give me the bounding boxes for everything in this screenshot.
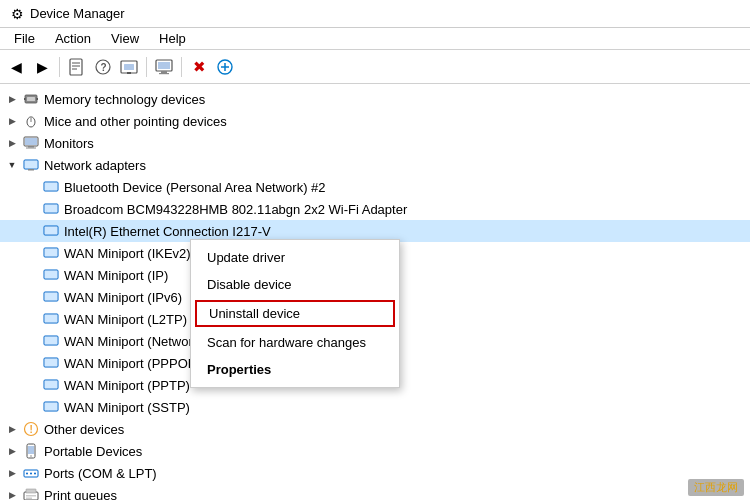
main-content: ▶ Memory technology devices ▶ <box>0 84 750 500</box>
monitors-icon <box>22 134 40 152</box>
portable-devices-icon <box>22 442 40 460</box>
network-adapters-icon <box>22 156 40 174</box>
tree-label-wan-pppoe: WAN Miniport (PPPOE) <box>64 356 201 371</box>
print-queues-icon <box>22 486 40 500</box>
svg-rect-31 <box>45 183 57 190</box>
title-bar: ⚙ Device Manager <box>0 0 750 28</box>
menu-bar: File Action View Help <box>0 28 750 50</box>
tree-label-mice: Mice and other pointing devices <box>44 114 227 129</box>
tree-label-wan-l2tp: WAN Miniport (L2TP) <box>64 312 187 327</box>
tree-item-broadcom[interactable]: ▶ Broadcom BCM943228HMB 802.11abgn 2x2 W… <box>0 198 750 220</box>
tree-item-other-devices[interactable]: ▶ ! Other devices <box>0 418 750 440</box>
wan-sstp-icon <box>42 398 60 416</box>
svg-point-60 <box>34 473 36 475</box>
ctx-disable-device[interactable]: Disable device <box>191 271 399 298</box>
svg-text:?: ? <box>101 62 107 73</box>
svg-rect-35 <box>45 227 57 234</box>
svg-rect-0 <box>70 59 82 75</box>
broadcom-icon <box>42 200 60 218</box>
tree-toggle-monitors[interactable]: ▶ <box>4 135 20 151</box>
ctx-update-driver[interactable]: Update driver <box>191 244 399 271</box>
svg-rect-17 <box>27 97 35 101</box>
tree-label-memory-tech: Memory technology devices <box>44 92 205 107</box>
toolbar-scan-btn[interactable] <box>117 55 141 79</box>
tree-toggle-mice[interactable]: ▶ <box>4 113 20 129</box>
toolbar-monitor-btn[interactable] <box>152 55 176 79</box>
svg-rect-62 <box>26 489 36 493</box>
toolbar-sep-2 <box>146 57 147 77</box>
menu-action[interactable]: Action <box>45 29 101 48</box>
toolbar-forward-btn[interactable]: ▶ <box>30 55 54 79</box>
tree-item-wan-sstp[interactable]: ▶ WAN Miniport (SSTP) <box>0 396 750 418</box>
svg-rect-43 <box>45 315 57 322</box>
tree-item-print-queues[interactable]: ▶ Print queues <box>0 484 750 500</box>
tree-label-broadcom: Broadcom BCM943228HMB 802.11abgn 2x2 Wi-… <box>64 202 407 217</box>
tree-label-other-devices: Other devices <box>44 422 124 437</box>
svg-rect-33 <box>45 205 57 212</box>
ports-icon <box>22 464 40 482</box>
tree-item-portable-devices[interactable]: ▶ Portable Devices <box>0 440 750 462</box>
tree-label-ports: Ports (COM & LPT) <box>44 466 157 481</box>
tree-label-print-queues: Print queues <box>44 488 117 501</box>
toolbar-add-btn[interactable] <box>213 55 237 79</box>
tree-label-portable-devices: Portable Devices <box>44 444 142 459</box>
svg-rect-24 <box>25 138 37 145</box>
tree-label-wan-pptp: WAN Miniport (PPTP) <box>64 378 190 393</box>
toolbar-sep-3 <box>181 57 182 77</box>
svg-rect-18 <box>24 98 26 100</box>
tree-toggle-portable-devices[interactable]: ▶ <box>4 443 20 459</box>
svg-rect-51 <box>45 403 57 410</box>
svg-rect-39 <box>45 271 57 278</box>
tree-label-wan-sstp: WAN Miniport (SSTP) <box>64 400 190 415</box>
toolbar-properties-btn[interactable] <box>65 55 89 79</box>
tree-item-bluetooth[interactable]: ▶ Bluetooth Device (Personal Area Networ… <box>0 176 750 198</box>
svg-point-58 <box>26 473 28 475</box>
ctx-properties[interactable]: Properties <box>191 356 399 383</box>
menu-view[interactable]: View <box>101 29 149 48</box>
svg-rect-26 <box>26 148 36 149</box>
tree-item-memory-tech[interactable]: ▶ Memory technology devices <box>0 88 750 110</box>
svg-rect-37 <box>45 249 57 256</box>
menu-file[interactable]: File <box>4 29 45 48</box>
ctx-scan-hw[interactable]: Scan for hardware changes <box>191 329 399 356</box>
svg-rect-7 <box>124 64 134 70</box>
menu-help[interactable]: Help <box>149 29 196 48</box>
wan-ip-icon <box>42 266 60 284</box>
tree-item-mice[interactable]: ▶ Mice and other pointing devices <box>0 110 750 132</box>
svg-rect-19 <box>37 98 39 100</box>
svg-text:!: ! <box>30 424 33 435</box>
tree-item-ports[interactable]: ▶ Ports (COM & LPT) <box>0 462 750 484</box>
svg-rect-55 <box>28 446 34 454</box>
app-icon: ⚙ <box>8 5 26 23</box>
wan-l2tp-icon <box>42 310 60 328</box>
tree-item-network-adapters[interactable]: ▼ Network adapters <box>0 154 750 176</box>
svg-rect-25 <box>28 146 34 148</box>
tree-label-intel-eth: Intel(R) Ethernet Connection I217-V <box>64 224 271 239</box>
svg-rect-11 <box>161 71 167 73</box>
tree-item-monitors[interactable]: ▶ Monitors <box>0 132 750 154</box>
toolbar-sep-1 <box>59 57 60 77</box>
toolbar-remove-btn[interactable]: ✖ <box>187 55 211 79</box>
tree-toggle-memory-tech[interactable]: ▶ <box>4 91 20 107</box>
tree-label-wan-ipv6: WAN Miniport (IPv6) <box>64 290 182 305</box>
memory-tech-icon <box>22 90 40 108</box>
svg-rect-12 <box>159 73 169 74</box>
context-menu: Update driver Disable device Uninstall d… <box>190 239 400 388</box>
tree-toggle-ports[interactable]: ▶ <box>4 465 20 481</box>
toolbar-help-btn[interactable]: ? <box>91 55 115 79</box>
tree-toggle-network-adapters[interactable]: ▼ <box>4 157 20 173</box>
other-devices-icon: ! <box>22 420 40 438</box>
tree-label-bluetooth: Bluetooth Device (Personal Area Network)… <box>64 180 326 195</box>
wan-netmon-icon <box>42 332 60 350</box>
svg-rect-64 <box>26 498 32 500</box>
ctx-uninstall-device[interactable]: Uninstall device <box>195 300 395 327</box>
window-title: Device Manager <box>30 6 125 21</box>
toolbar-back-btn[interactable]: ◀ <box>4 55 28 79</box>
watermark: 江西龙网 <box>688 479 744 496</box>
tree-label-network-adapters: Network adapters <box>44 158 146 173</box>
svg-point-22 <box>30 116 33 118</box>
svg-rect-28 <box>25 161 37 168</box>
tree-toggle-other-devices[interactable]: ▶ <box>4 421 20 437</box>
svg-rect-29 <box>28 169 34 171</box>
tree-toggle-print-queues[interactable]: ▶ <box>4 487 20 500</box>
